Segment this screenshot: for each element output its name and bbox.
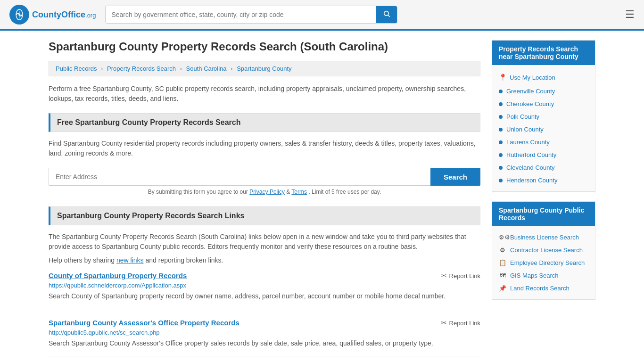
sidebar-item-greenville[interactable]: Greenville County bbox=[492, 85, 595, 98]
record-desc: Search County of Spartanburg property re… bbox=[49, 291, 480, 301]
gear-icon: ⚙⚙ bbox=[499, 234, 506, 241]
record-url-2: http://qpublic5.qpublic.net/sc_search.ph… bbox=[49, 329, 480, 336]
gear-icon-2: ⚙ bbox=[499, 247, 506, 254]
nearby-box-title: Property Records Search near Spartanburg… bbox=[492, 41, 595, 65]
report-icon: ✂ bbox=[441, 272, 447, 280]
bullet-icon bbox=[499, 179, 503, 182]
sidebar-item-polk[interactable]: Polk County bbox=[492, 110, 595, 123]
sidebar-item-cleveland[interactable]: Cleveland County bbox=[492, 161, 595, 174]
bullet-icon bbox=[499, 166, 503, 170]
bullet-icon bbox=[499, 115, 503, 119]
help-text: Help others by sharing new links and rep… bbox=[49, 256, 480, 264]
sidebar-gis-maps[interactable]: 🗺 GIS Maps Search bbox=[492, 269, 595, 282]
book-icon: 📋 bbox=[499, 259, 506, 266]
use-my-location[interactable]: 📍 Use My Location bbox=[492, 70, 595, 85]
record-item: Spartanburg County Assessor's Office Pro… bbox=[49, 319, 480, 356]
breadcrumb-south-carolina[interactable]: South Carolina bbox=[186, 65, 227, 72]
intro-text: Perform a free Spartanburg County, SC pu… bbox=[49, 84, 480, 104]
free-search-heading: Free Spartanburg County Property Records… bbox=[49, 113, 480, 132]
new-links-link[interactable]: new links bbox=[116, 256, 144, 264]
header-search-button[interactable] bbox=[376, 6, 397, 23]
header-search-input[interactable] bbox=[106, 7, 376, 22]
address-input-row: Search bbox=[49, 168, 480, 186]
bullet-icon bbox=[499, 90, 503, 93]
report-link-2[interactable]: ✂ Report Link bbox=[441, 319, 480, 327]
terms-link[interactable]: Terms bbox=[291, 189, 307, 195]
search-button[interactable]: Search bbox=[430, 168, 480, 186]
record-title[interactable]: County of Spartanburg Property Records bbox=[49, 272, 187, 280]
address-input[interactable] bbox=[49, 168, 430, 186]
free-search-description: Find Spartanburg County residential prop… bbox=[49, 139, 480, 158]
sidebar-item-rutherford[interactable]: Rutherford County bbox=[492, 148, 595, 161]
report-icon-2: ✂ bbox=[441, 319, 447, 327]
record-title-2[interactable]: Spartanburg County Assessor's Office Pro… bbox=[49, 319, 239, 327]
header-search-bar bbox=[105, 6, 397, 24]
address-search-form: Search By submitting this form you agree… bbox=[49, 168, 480, 195]
location-pin-icon: 📍 bbox=[499, 74, 507, 81]
sidebar-item-union[interactable]: Union County bbox=[492, 123, 595, 136]
breadcrumb-public-records[interactable]: Public Records bbox=[56, 65, 97, 72]
content-area: Spartanburg County Property Records Sear… bbox=[49, 40, 480, 362]
svg-point-4 bbox=[384, 11, 388, 16]
site-header: CountyOffice.org ☰ bbox=[0, 0, 644, 31]
map-icon: 🗺 bbox=[499, 272, 506, 279]
form-disclaimer: By submitting this form you agree to our… bbox=[49, 189, 480, 195]
sidebar-land-records[interactable]: 📌 Land Records Search bbox=[492, 282, 595, 295]
main-container: Spartanburg County Property Records Sear… bbox=[39, 31, 605, 362]
sidebar: Property Records Search near Spartanburg… bbox=[492, 40, 595, 362]
breadcrumb-property-records-search[interactable]: Property Records Search bbox=[107, 65, 176, 72]
record-item-header: County of Spartanburg Property Records ✂… bbox=[49, 272, 480, 280]
bullet-icon bbox=[499, 153, 503, 157]
breadcrumb-spartanburg-county[interactable]: Spartanburg County bbox=[237, 65, 291, 72]
report-link[interactable]: ✂ Report Link bbox=[441, 272, 480, 280]
privacy-policy-link[interactable]: Privacy Policy bbox=[249, 189, 285, 195]
nearby-box: Property Records Search near Spartanburg… bbox=[492, 40, 595, 192]
nearby-box-content: 📍 Use My Location Greenville County Cher… bbox=[492, 65, 595, 191]
sidebar-business-license[interactable]: ⚙⚙ Business License Search bbox=[492, 231, 595, 244]
bullet-icon bbox=[499, 140, 503, 144]
bullet-icon bbox=[499, 102, 503, 106]
public-records-box: Spartanburg County Public Records ⚙⚙ Bus… bbox=[492, 201, 595, 300]
page-title: Spartanburg County Property Records Sear… bbox=[49, 40, 480, 53]
record-item-header: Spartanburg County Assessor's Office Pro… bbox=[49, 319, 480, 327]
sidebar-employee-directory[interactable]: 📋 Employee Directory Search bbox=[492, 256, 595, 269]
sidebar-item-cherokee[interactable]: Cherokee County bbox=[492, 98, 595, 110]
sidebar-item-laurens[interactable]: Laurens County bbox=[492, 136, 595, 148]
links-section-heading: Spartanburg County Property Records Sear… bbox=[49, 206, 480, 225]
logo-icon bbox=[9, 5, 29, 25]
public-records-box-title: Spartanburg County Public Records bbox=[492, 202, 595, 226]
sidebar-contractor-license[interactable]: ⚙ Contractor License Search bbox=[492, 244, 595, 256]
bullet-icon bbox=[499, 128, 503, 132]
pin-icon: 📌 bbox=[499, 285, 506, 292]
sidebar-item-henderson[interactable]: Henderson County bbox=[492, 174, 595, 187]
links-intro: The Spartanburg County Property Records … bbox=[49, 232, 480, 252]
svg-line-5 bbox=[388, 15, 390, 17]
breadcrumb: Public Records › Property Records Search… bbox=[49, 61, 480, 76]
hamburger-menu-button[interactable]: ☰ bbox=[625, 8, 635, 21]
links-section: Spartanburg County Property Records Sear… bbox=[49, 206, 480, 356]
site-logo[interactable]: CountyOffice.org bbox=[9, 5, 96, 25]
record-item: County of Spartanburg Property Records ✂… bbox=[49, 272, 480, 309]
logo-text: CountyOffice.org bbox=[32, 10, 96, 20]
record-desc-2: Search Spartanburg County Assessor's Off… bbox=[49, 338, 480, 348]
public-records-box-content: ⚙⚙ Business License Search ⚙ Contractor … bbox=[492, 226, 595, 299]
record-url: https://qpublic.schneidercorp.com/Applic… bbox=[49, 282, 480, 289]
